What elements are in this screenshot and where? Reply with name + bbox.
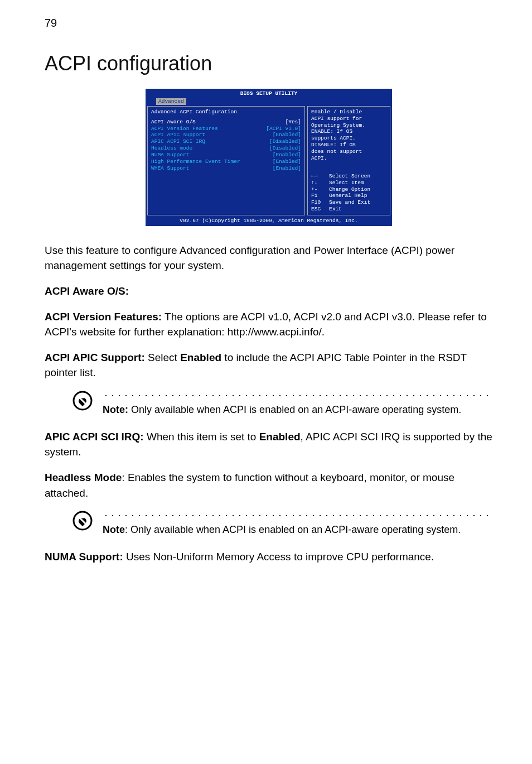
sci-enabled-word: Enabled [259, 431, 301, 443]
apic-heading: ACPI APIC Support: [45, 352, 145, 363]
version-heading: ACPI Version Features: [45, 311, 162, 323]
intro-paragraph: Use this feature to configure Advanced c… [45, 243, 493, 273]
note-icon [72, 391, 93, 413]
help-line: ACPI. [311, 155, 386, 162]
bios-help-panel: Enable / Disable ACPI support for Operat… [307, 106, 390, 215]
bios-row-value: [Disabled] [269, 138, 301, 145]
help-line: supports ACPI. [311, 135, 386, 142]
numa-text: Uses Non-Uniform Memory Access to improv… [123, 551, 434, 563]
legend-text: General Help [329, 193, 367, 199]
bios-row-value: [Yes] [285, 119, 301, 126]
help-line: ACPI support for [311, 116, 386, 122]
bios-row-value: [ACPI v3.0] [266, 126, 301, 132]
bios-row-label: APIC ACPI SCI IRQ [151, 138, 205, 145]
note-label: Note [103, 524, 125, 535]
bios-row-label: ACPI Version Features [151, 126, 218, 132]
legend-key: ←→ [311, 173, 325, 180]
page-number: 79 [45, 17, 493, 30]
legend-key: +- [311, 186, 325, 193]
note-label: Note: [103, 404, 128, 415]
apic-text-mid: Select [145, 352, 180, 363]
note-text: Only available when ACPI is enabled on a… [128, 404, 461, 415]
page-title: ACPI configuration [45, 52, 493, 75]
bios-row-label: NUMA Support [151, 152, 189, 158]
dotted-rule [103, 514, 493, 517]
bios-config-panel: Advanced ACPI Configuration ACPI Aware O… [147, 106, 305, 215]
legend-key: F1 [311, 193, 325, 199]
legend-key: ↑↓ [311, 180, 325, 186]
bios-row-value: [Enabled] [273, 132, 301, 138]
bios-row-value: [Enabled] [273, 165, 301, 172]
note-text: : Only available when ACPI is enabled on… [125, 524, 461, 535]
help-line: ENABLE: If OS [311, 128, 386, 135]
sci-heading: APIC ACPI SCI IRQ: [45, 431, 144, 443]
note-icon [72, 511, 93, 533]
bios-tab-advanced: Advanced [156, 98, 186, 105]
aware-heading: ACPI Aware O/S: [45, 285, 129, 297]
help-line: does not support [311, 148, 386, 155]
legend-text: Select Item [329, 180, 364, 186]
help-line: DISABLE: If OS [311, 142, 386, 148]
numa-heading: NUMA Support: [45, 551, 123, 563]
legend-key: F10 [311, 199, 325, 206]
bios-row-label: WHEA Support [151, 165, 189, 172]
bios-footer: v02.67 (C)Copyright 1985-2009, American … [146, 217, 391, 225]
legend-text: Change Option [329, 186, 370, 193]
bios-row-label: ACPI APIC support [151, 132, 205, 138]
bios-subtitle: Advanced ACPI Configuration [151, 109, 301, 116]
sci-text-mid: When this item is set to [144, 431, 259, 443]
legend-text: Save and Exit [329, 199, 370, 206]
bios-row-value: [Enabled] [273, 158, 301, 165]
legend-text: Select Screen [329, 173, 370, 180]
bios-row-label: ACPI Aware O/S [151, 119, 196, 126]
legend-key: ESC [311, 206, 325, 213]
bios-row-label: Headless mode [151, 145, 192, 152]
legend-text: Exit [329, 206, 342, 213]
bios-row-label: High Performance Event Timer [151, 158, 240, 165]
bios-row-value: [Disabled] [269, 145, 301, 152]
dotted-rule [103, 394, 493, 397]
bios-row-value: [Enabled] [273, 152, 301, 158]
headless-heading: Headless Mode [45, 472, 122, 483]
help-line: Operating System. [311, 122, 386, 129]
bios-title: BIOS SETUP UTILITY [146, 89, 391, 98]
bios-screenshot: BIOS SETUP UTILITY Advanced Advanced ACP… [45, 89, 493, 226]
help-line: Enable / Disable [311, 109, 386, 116]
apic-enabled-word: Enabled [180, 352, 221, 363]
